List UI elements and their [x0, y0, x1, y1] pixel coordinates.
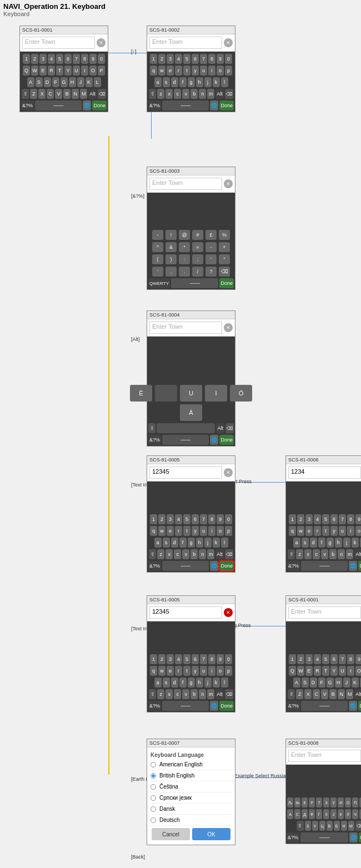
key-done-cy[interactable]: Done	[359, 832, 361, 842]
key-s[interactable]: s	[302, 538, 309, 548]
key-T[interactable]: T	[56, 66, 63, 76]
clear-btn-0003[interactable]: ✕	[224, 179, 233, 188]
key-k[interactable]: k	[213, 77, 220, 87]
key-8[interactable]: 8	[208, 654, 215, 664]
key-X[interactable]: X	[38, 89, 46, 99]
key-globe[interactable]: 🌐	[349, 561, 357, 571]
key-d[interactable]: d	[310, 538, 317, 548]
key-globe[interactable]: 🌐	[210, 561, 218, 571]
key-Alt[interactable]: Alt	[354, 549, 361, 559]
key-b[interactable]: b	[329, 549, 337, 559]
key-i[interactable]: i	[208, 666, 215, 676]
lang-item-american[interactable]: American English	[149, 759, 233, 770]
key-l-cy[interactable]: Л	[345, 809, 351, 819]
town-input-0001-bottom[interactable]: Enter Town	[288, 606, 361, 619]
key-G[interactable]: G	[61, 77, 68, 87]
key-C[interactable]: C	[47, 89, 54, 99]
key-P[interactable]: P	[98, 66, 105, 76]
lang-item-cestina[interactable]: Čeština	[149, 781, 233, 792]
town-input-0008[interactable]: Enter Town	[288, 750, 361, 762]
key-1[interactable]: 1	[23, 54, 30, 64]
key-5[interactable]: 5	[183, 654, 190, 664]
key-hash[interactable]: #	[192, 230, 203, 240]
key-q[interactable]: q	[150, 666, 157, 676]
key-done[interactable]: Done	[219, 435, 234, 445]
key-k[interactable]: k	[352, 538, 359, 548]
key-C[interactable]: C	[313, 689, 320, 699]
key-globe[interactable]: 🌐	[210, 101, 218, 111]
key-v[interactable]: v	[182, 689, 189, 699]
key-4[interactable]: 4	[175, 514, 182, 524]
key-globe[interactable]: 🌐	[210, 701, 218, 711]
key-shift-cy[interactable]: ⇧	[297, 821, 304, 831]
clear-btn-0004[interactable]: ✕	[224, 323, 233, 332]
lang-item-srpski[interactable]: Српски језик	[149, 792, 233, 804]
key-x[interactable]: x	[166, 549, 173, 559]
key-o[interactable]: o	[217, 66, 224, 76]
key-sym[interactable]: &?%	[148, 701, 161, 711]
key-slash[interactable]: /	[192, 267, 203, 277]
key-a[interactable]: a	[154, 538, 162, 548]
key-ch-cy[interactable]: Ч	[352, 809, 358, 819]
key-Alt[interactable]: Alt	[215, 689, 224, 699]
key-H[interactable]: H	[69, 77, 76, 87]
key-U[interactable]: U	[339, 666, 346, 676]
key-globe[interactable]: 🌐	[349, 701, 357, 711]
key-e[interactable]: e	[167, 526, 174, 536]
key-z[interactable]: z	[157, 549, 164, 559]
key-n[interactable]: n	[199, 689, 206, 699]
key-7[interactable]: 7	[200, 654, 207, 664]
key-del[interactable]: ⌫	[225, 689, 233, 699]
key-s-lat[interactable]: S	[305, 821, 311, 831]
town-input-0005-a[interactable]: 12345	[149, 466, 222, 479]
key-z[interactable]: z	[296, 549, 303, 559]
key-N[interactable]: N	[338, 689, 345, 699]
key-t[interactable]: t	[322, 526, 329, 536]
key-S[interactable]: S	[36, 77, 43, 87]
key-B[interactable]: B	[63, 89, 71, 99]
key-e[interactable]: e	[305, 526, 313, 536]
key-u[interactable]: u	[200, 666, 207, 676]
key-e[interactable]: e	[167, 66, 174, 76]
key-plus[interactable]: +	[219, 242, 230, 252]
key-2[interactable]: 2	[297, 514, 304, 524]
key-t-cy[interactable]: Т	[316, 797, 322, 807]
key-l[interactable]: l	[221, 77, 228, 87]
key-l[interactable]: l	[221, 678, 228, 688]
key-4[interactable]: 4	[48, 54, 55, 64]
key-done[interactable]: Done	[219, 561, 234, 571]
key-p[interactable]: p	[225, 666, 232, 676]
key-4[interactable]: 4	[175, 54, 182, 64]
key-f[interactable]: f	[179, 77, 187, 87]
key-E-uml[interactable]: Ë	[130, 385, 152, 402]
key-3[interactable]: 3	[167, 514, 174, 524]
key-v-cy[interactable]: В	[327, 821, 333, 831]
key-d[interactable]: d	[171, 538, 178, 548]
key-done[interactable]: Done	[358, 701, 361, 711]
key-g[interactable]: g	[188, 77, 195, 87]
key-p[interactable]: p	[225, 66, 232, 76]
key-F[interactable]: F	[52, 77, 59, 87]
key-u-cy[interactable]: У	[330, 797, 337, 807]
key-I[interactable]: I	[347, 666, 354, 676]
key-7[interactable]: 7	[339, 514, 346, 524]
key-R[interactable]: R	[48, 66, 55, 76]
key-4[interactable]: 4	[175, 654, 182, 664]
lang-item-british[interactable]: British English	[149, 770, 233, 781]
key-sym[interactable]: &?%	[148, 101, 161, 111]
key-7[interactable]: 7	[73, 54, 80, 64]
key-U-alt[interactable]: U	[180, 385, 202, 402]
key-space[interactable]: ——	[162, 561, 209, 571]
key-Y[interactable]: Y	[64, 66, 72, 76]
key-w[interactable]: w	[158, 526, 166, 536]
key-space-wide[interactable]	[157, 423, 215, 433]
key-1[interactable]: 1	[150, 514, 157, 524]
key-K[interactable]: K	[86, 77, 93, 87]
key-qmark[interactable]: ?	[205, 267, 217, 277]
key-space[interactable]: ——	[162, 101, 209, 111]
key-quote[interactable]: "	[219, 254, 230, 264]
key-shift[interactable]: ⇧	[288, 689, 295, 699]
key-n-cy[interactable]: Н	[341, 821, 347, 831]
key-nj[interactable]: Њ	[294, 797, 300, 807]
key-5[interactable]: 5	[322, 654, 329, 664]
